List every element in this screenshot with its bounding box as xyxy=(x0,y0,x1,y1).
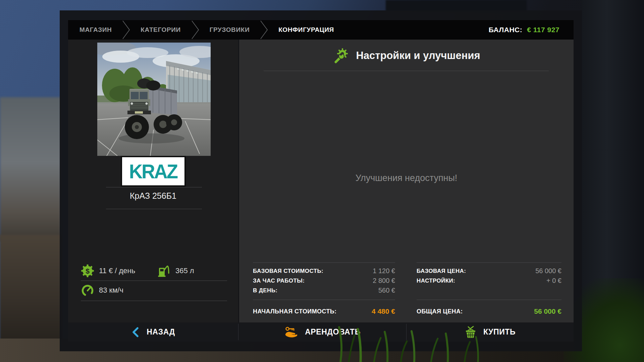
purchase-price-table: БАЗОВАЯ ЦЕНА: 56 000 € НАСТРОЙКИ: + 0 € … xyxy=(417,266,561,320)
stat-maintenance: $ 11 € / день xyxy=(81,263,135,278)
vehicle-panel: KRAZ КрАЗ 256Б1 xyxy=(68,40,238,322)
table-total-row: ОБЩАЯ ЦЕНА: 56 000 € xyxy=(417,306,561,317)
table-total-row: НАЧАЛЬНАЯ СТОИМОСТЬ: 4 480 € xyxy=(253,306,395,317)
table-row: БАЗОВАЯ ЦЕНА: 56 000 € xyxy=(417,266,561,276)
table-row: В ДЕНЬ: 560 € xyxy=(253,286,395,295)
total-label: ОБЩАЯ ЦЕНА: xyxy=(417,308,463,315)
fuel-pump-icon xyxy=(157,264,171,278)
table-row: БАЗОВАЯ СТОИМОСТЬ: 1 120 € xyxy=(253,266,395,276)
row-value: 2 800 € xyxy=(373,277,395,285)
chevron-left-icon xyxy=(131,326,140,338)
vehicle-image xyxy=(97,43,211,156)
stat-fuel-value: 365 л xyxy=(175,266,194,275)
svg-text:$: $ xyxy=(86,267,90,275)
background-structure xyxy=(386,0,527,11)
shop-config-dialog: МАГАЗИН КАТЕГОРИИ ГРУЗОВИКИ КОНФИГУРАЦИЯ… xyxy=(60,10,582,351)
balance-value: € 117 927 xyxy=(527,26,559,34)
stat-maintenance-value: 11 € / день xyxy=(99,266,135,275)
total-value: 4 480 € xyxy=(372,307,395,315)
action-bar: НАЗАД АРЕНДОВАТЬ xyxy=(68,322,574,342)
divider xyxy=(81,301,227,301)
foreground-grass xyxy=(330,325,488,362)
gear-wrench-icon xyxy=(332,48,348,64)
divider xyxy=(106,209,202,209)
hand-key-icon xyxy=(284,326,298,339)
breadcrumb-item-configuration[interactable]: КОНФИГУРАЦИЯ xyxy=(278,26,334,34)
row-value: 560 € xyxy=(378,287,395,294)
row-label: БАЗОВАЯ ЦЕНА: xyxy=(417,268,466,275)
breadcrumb-item-categories[interactable]: КАТЕГОРИИ xyxy=(141,26,180,34)
back-button[interactable]: НАЗАД xyxy=(68,322,238,342)
row-label: ЗА ЧАС РАБОТЫ: xyxy=(253,278,305,284)
row-label: БАЗОВАЯ СТОИМОСТЬ: xyxy=(253,268,323,275)
row-value: + 0 € xyxy=(546,277,561,285)
table-row: НАСТРОЙКИ: + 0 € xyxy=(417,276,561,286)
back-button-label: НАЗАД xyxy=(147,327,175,337)
table-row: ЗА ЧАС РАБОТЫ: 2 800 € xyxy=(253,276,395,286)
stat-fuel: 365 л xyxy=(157,263,194,278)
config-panel: Настройки и улучшения Улучшения недоступ… xyxy=(238,40,574,322)
operating-cost-table: БАЗОВАЯ СТОИМОСТЬ: 1 120 € ЗА ЧАС РАБОТЫ… xyxy=(253,266,395,320)
breadcrumb-item-shop[interactable]: МАГАЗИН xyxy=(79,26,112,34)
chevron-right-icon xyxy=(260,20,268,39)
row-value: 1 120 € xyxy=(373,267,395,275)
divider xyxy=(264,71,549,71)
screen: МАГАЗИН КАТЕГОРИИ ГРУЗОВИКИ КОНФИГУРАЦИЯ… xyxy=(0,0,644,362)
divider xyxy=(253,300,395,300)
total-label: НАЧАЛЬНАЯ СТОИМОСТЬ: xyxy=(253,308,337,315)
gear-dollar-icon: $ xyxy=(81,264,94,278)
stat-speed: 83 км/ч xyxy=(81,283,123,298)
chevron-right-icon xyxy=(191,20,200,39)
divider xyxy=(106,187,202,187)
config-header: Настройки и улучшения xyxy=(239,48,574,64)
stat-speed-value: 83 км/ч xyxy=(99,286,123,295)
divider xyxy=(417,262,561,263)
vehicle-name: КрАЗ 256Б1 xyxy=(68,191,238,201)
background-wall xyxy=(0,97,61,241)
breadcrumb-item-trucks[interactable]: ГРУЗОВИКИ xyxy=(210,26,250,34)
row-value: 56 000 € xyxy=(535,267,561,275)
balance: БАЛАНС: € 117 927 xyxy=(489,26,562,34)
config-title: Настройки и улучшения xyxy=(356,50,480,62)
brand-logo: KRAZ xyxy=(121,156,186,187)
buy-button-label: КУПИТЬ xyxy=(483,327,516,337)
divider xyxy=(81,281,227,281)
row-label: НАСТРОЙКИ: xyxy=(417,278,455,284)
balance-label: БАЛАНС: xyxy=(489,26,522,34)
row-label: В ДЕНЬ: xyxy=(253,287,277,294)
divider xyxy=(417,300,561,300)
chevron-right-icon xyxy=(122,20,130,39)
speedometer-icon xyxy=(81,284,94,297)
config-message: Улучшения недоступны! xyxy=(239,173,574,183)
brand-logo-text: KRAZ xyxy=(129,160,177,183)
total-value: 56 000 € xyxy=(534,307,561,315)
divider xyxy=(253,262,395,263)
breadcrumb-bar: МАГАЗИН КАТЕГОРИИ ГРУЗОВИКИ КОНФИГУРАЦИЯ… xyxy=(68,20,574,40)
